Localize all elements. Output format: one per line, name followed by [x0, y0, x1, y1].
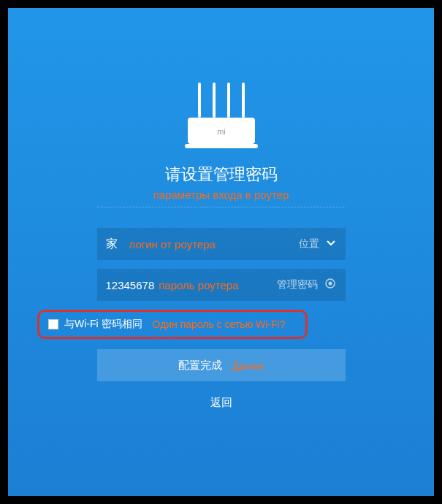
svg-rect-2 — [227, 83, 230, 118]
setup-form: 家 логин от роутера 位置 12345678 пароль ро… — [97, 228, 346, 301]
checkbox-annotation: Один пароль с сетью Wi-Fi? — [153, 318, 286, 331]
same-wifi-password-checkbox[interactable] — [48, 319, 58, 329]
checkbox-label: 与Wi-Fi 密码相同 — [64, 318, 142, 331]
page-subtitle: параметры входа в роутер — [8, 188, 434, 201]
home-icon: 家 — [106, 237, 118, 252]
login-right-label: 位置 — [299, 237, 319, 251]
login-input[interactable]: 家 логин от роутера 位置 — [97, 228, 346, 260]
submit-label: 配置完成 — [178, 359, 222, 373]
password-input[interactable]: 12345678 пароль роутера 管理密码 — [97, 269, 346, 301]
submit-annotation: Далее — [232, 359, 264, 372]
password-annotation: пароль роутера — [159, 279, 276, 291]
same-wifi-password-checkbox-row[interactable]: 与Wi-Fi 密码相同 Один пароль с сетью Wi-Fi? — [37, 310, 308, 339]
password-value: 12345678 — [106, 279, 155, 291]
svg-rect-0 — [198, 83, 201, 118]
login-annotation: логин от роутера — [129, 238, 299, 251]
setup-panel: mi 请设置管理密码 параметры входа в роутер 家 ло… — [8, 8, 434, 496]
page-title: 请设置管理密码 — [8, 164, 434, 186]
divider — [97, 207, 346, 207]
password-right-label: 管理密码 — [277, 278, 318, 291]
svg-text:mi: mi — [217, 127, 226, 136]
back-link[interactable]: 返回 — [8, 396, 434, 410]
svg-rect-1 — [213, 83, 216, 118]
svg-rect-6 — [185, 144, 258, 148]
chevron-down-icon[interactable] — [325, 237, 337, 251]
router-icon: mi — [8, 81, 434, 150]
svg-point-8 — [328, 282, 332, 286]
eye-icon[interactable] — [324, 277, 337, 293]
submit-button[interactable]: 配置完成 Далее — [97, 349, 346, 381]
svg-rect-3 — [242, 83, 245, 118]
